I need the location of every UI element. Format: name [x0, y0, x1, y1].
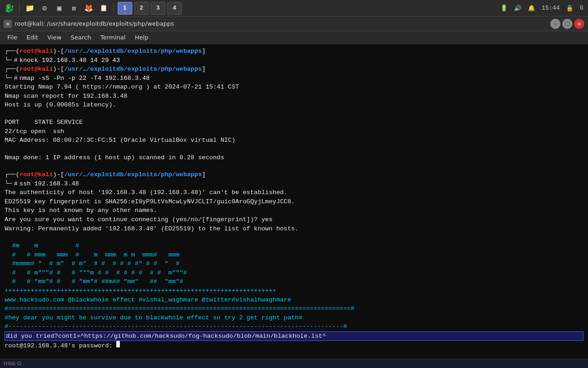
- hash-divider-1: #=======================================…: [5, 304, 583, 313]
- kali-menu-icon[interactable]: 🐉: [3, 2, 16, 15]
- terminal-icon[interactable]: ▣: [53, 2, 66, 15]
- ssh-unknown: This key is not known by any other names…: [5, 206, 583, 215]
- url-line: did you tried?cont1=^https://github.com/…: [5, 331, 583, 341]
- prompt-line-2: ┌──(root@kali)-[/usr/…/exploitdb/exploit…: [5, 65, 583, 74]
- nmap-output-3: Host is up (0.00085s latency).: [5, 100, 583, 110]
- menu-view[interactable]: View: [43, 33, 66, 42]
- app-icon[interactable]: 📋: [97, 2, 110, 15]
- ssh-continue: Are you sure you want to continue connec…: [5, 215, 583, 224]
- terminal-title-icon: ▣: [4, 20, 12, 28]
- hash-divider-2: #---------------------------------------…: [5, 322, 583, 331]
- clock: 15:44: [540, 5, 561, 11]
- menu-file[interactable]: File: [3, 33, 22, 42]
- port-22: 22/tcp open ssh: [5, 127, 583, 136]
- lock-icon: 🔒: [564, 5, 575, 12]
- close-button[interactable]: ✕: [574, 19, 584, 29]
- workspace-1[interactable]: 1: [118, 2, 132, 15]
- window-controls: – □ ✕: [550, 19, 584, 29]
- notif-icon: 🔔: [526, 5, 537, 12]
- cmd-line-3: └─# ssh 192.168.3.48: [5, 179, 583, 189]
- menu-terminal[interactable]: Terminal: [96, 33, 130, 42]
- ascii-divider: ++++++++++++++++++++++++++++++++++++++++…: [5, 286, 583, 296]
- minimize-button[interactable]: –: [550, 19, 560, 29]
- window-title: root@kali: /usr/share/exploitdb/exploits…: [15, 20, 174, 27]
- title-bar: ▣ root@kali: /usr/share/exploitdb/exploi…: [0, 17, 588, 31]
- taskbar-sep-2: [113, 3, 114, 13]
- taskbar-sep-1: [19, 3, 20, 13]
- nmap-done: Nmap done: 1 IP address (1 host up) scan…: [5, 153, 583, 162]
- ascii-banner: #m m # # # mmm mmm # m mmm m m mmm# mmm …: [5, 241, 583, 286]
- status-text: tribb O: [4, 361, 21, 367]
- nmap-output-2: Nmap scan report for 192.168.3.48: [5, 92, 583, 101]
- terminal-content[interactable]: ┌──(root@kali)-[/usr/…/exploitdb/exploit…: [0, 44, 588, 359]
- terminal-window: ▣ root@kali: /usr/share/exploitdb/exploi…: [0, 17, 588, 368]
- menu-edit[interactable]: Edit: [22, 33, 43, 42]
- ssh-auth-1: The authenticity of host '192.168.3.48 (…: [5, 188, 583, 197]
- prompt-line-3: ┌──(root@kali)-[/usr/…/exploitdb/exploit…: [5, 170, 583, 179]
- cmd-line-1: └─# knock 192.168.3.48 14 29 43: [5, 56, 583, 65]
- file-manager-icon[interactable]: 📁: [23, 2, 36, 15]
- workspace-2[interactable]: 2: [134, 2, 149, 15]
- taskbar: 🐉 📁 ⚙ ▣ ▤ 🦊 📋 1 2 3 4 🔋 🔊 🔔 15:44 🔒 G: [0, 0, 588, 17]
- title-bar-left: ▣ root@kali: /usr/share/exploitdb/exploi…: [4, 20, 174, 28]
- password-line: root@192.168.3.48's password:: [5, 341, 583, 351]
- account-icon: G: [578, 5, 585, 11]
- empty-1: [5, 110, 583, 118]
- prompt-line-1: ┌──(root@kali)-[/usr/…/exploitdb/exploit…: [5, 47, 583, 56]
- cmd-line-2: └─# nmap -sS -Pn -p 22 -T4 192.168.3.48: [5, 74, 583, 83]
- empty-3: [5, 162, 583, 170]
- battery-icon: 🔋: [498, 5, 509, 12]
- workspace-3[interactable]: 3: [151, 2, 165, 15]
- terminal2-icon[interactable]: ▤: [68, 2, 80, 15]
- mac-addr: MAC Address: 08:00:27:3C:FC:51 (Oracle V…: [5, 136, 583, 145]
- workspace-4[interactable]: 4: [167, 2, 182, 15]
- msg-line: #hey dear you might be survive due to bl…: [5, 313, 583, 323]
- menu-search[interactable]: Search: [66, 33, 96, 42]
- nmap-output-1: Starting Nmap 7.94 ( https://nmap.org ) …: [5, 83, 583, 92]
- maximize-button[interactable]: □: [562, 19, 572, 29]
- taskbar-right: 🔋 🔊 🔔 15:44 🔒 G: [498, 5, 585, 12]
- ssh-added: Warning: Permanently added '192.168.3.48…: [5, 224, 583, 234]
- menu-help[interactable]: Help: [130, 33, 153, 42]
- sound-icon: 🔊: [512, 5, 523, 12]
- status-bar: tribb O: [0, 359, 588, 368]
- empty-2: [5, 145, 583, 153]
- empty-4: [5, 233, 583, 241]
- menu-bar: File Edit View Search Terminal Help: [0, 31, 588, 44]
- password-prompt-text: root@192.168.3.48's password:: [5, 341, 116, 351]
- cursor: [116, 341, 120, 347]
- settings-icon[interactable]: ⚙: [38, 2, 51, 15]
- firefox-icon[interactable]: 🦊: [82, 2, 95, 15]
- ssh-fingerprint: ED25519 key fingerprint is SHA256:eI8yP9…: [5, 197, 583, 206]
- port-header: PORT STATE SERVICE: [5, 118, 583, 127]
- site-line: www.hacksudo.com @blackwhole effect #vis…: [5, 296, 583, 305]
